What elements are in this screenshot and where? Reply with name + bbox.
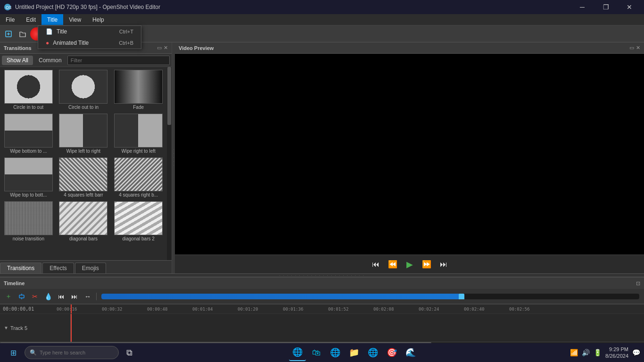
- video-area: [175, 54, 644, 255]
- taskbar-app3[interactable]: 🌊: [402, 344, 419, 361]
- taskbar-chrome[interactable]: 🌐: [364, 344, 381, 361]
- transition-wipe-bottom[interactable]: Wipe bottom to ...: [2, 113, 55, 155]
- new-project-button[interactable]: [2, 27, 15, 41]
- menu-title-item[interactable]: 📄 Title Ctrl+T: [38, 26, 141, 37]
- rewind-button[interactable]: ⏪: [386, 258, 399, 271]
- scroll-thumb: [167, 67, 171, 125]
- fast-forward-button[interactable]: ⏩: [420, 258, 433, 271]
- tab-transitions[interactable]: Transitions: [0, 263, 41, 273]
- wifi-icon[interactable]: 📶: [570, 349, 578, 356]
- vertical-resize-handle[interactable]: · · · · · · · · · · · · · · · · · · · · …: [0, 273, 644, 277]
- scrubber-bar[interactable]: [101, 294, 639, 299]
- time-mark-10: 00:02:56: [509, 307, 529, 312]
- transition-wipe-right-left[interactable]: Wipe right to left: [112, 113, 165, 155]
- taskbar-taskview[interactable]: ⧉: [121, 344, 138, 361]
- transition-thumb-circle-out-in: [59, 70, 107, 104]
- video-preview-panel: Video Preview ▭ ✕ ⏮ ⏪ ▶ ⏩ ⏭: [175, 42, 644, 273]
- tab-effects[interactable]: Effects: [42, 263, 74, 273]
- minimize-button[interactable]: ─: [571, 0, 593, 14]
- tab-emojis[interactable]: Emojis: [75, 263, 106, 273]
- transition-label-wipe-bottom: Wipe bottom to ...: [10, 148, 47, 154]
- transition-label-noise: noise transition: [13, 236, 44, 241]
- transition-wipe-top-bottom[interactable]: Wipe top to bott...: [2, 156, 55, 198]
- menu-title[interactable]: Title: [41, 14, 63, 25]
- menu-file[interactable]: File: [0, 14, 20, 25]
- transition-4sq-right[interactable]: 4 squares right b...: [112, 156, 165, 198]
- search-bar[interactable]: 🔍: [25, 346, 119, 359]
- svg-rect-5: [19, 295, 24, 298]
- scrubber-handle: [459, 294, 464, 299]
- play-button[interactable]: ▶: [403, 258, 416, 271]
- filter-tabs: Show All Common: [0, 54, 172, 67]
- timeline-controls: ＋ ✂ 💧 ⏮ ⏭ ↔: [0, 289, 644, 304]
- close-button[interactable]: ✕: [619, 0, 640, 14]
- add-marker-button[interactable]: 💧: [42, 291, 54, 302]
- filter-tab-show-all[interactable]: Show All: [2, 56, 33, 65]
- transition-4sq-left[interactable]: 4 squares leftt barr: [57, 156, 110, 198]
- taskbar-center: 🌐 🛍 🌐 📁 🌐 🎯 🌊: [289, 344, 419, 361]
- transitions-panel-title: Transitions: [4, 45, 32, 51]
- transition-circle-out-in[interactable]: Circle out to in: [57, 69, 110, 111]
- forward-end-button[interactable]: ⏭: [437, 258, 450, 271]
- transition-thumb-diagonal: [59, 201, 107, 235]
- jump-end-button[interactable]: ⏭: [69, 291, 80, 302]
- transition-label-wipe-right-left: Wipe right to left: [122, 148, 156, 154]
- taskbar-store[interactable]: 🛍: [308, 344, 325, 361]
- snapping-button[interactable]: [16, 291, 27, 302]
- taskbar: ⊞ 🔍 ⧉ 🌐 🛍 🌐 📁 🌐 🎯 🌊 📶 🔊 🔋 9:29 PM 8/26/2…: [0, 343, 644, 362]
- volume-icon[interactable]: 🔊: [582, 349, 590, 356]
- time-mark-2: 00:00:48: [147, 307, 167, 312]
- taskbar-folder[interactable]: 📁: [346, 344, 363, 361]
- search-input[interactable]: [40, 350, 106, 355]
- track-expand-button[interactable]: ▼: [4, 325, 8, 330]
- jump-start-button[interactable]: ⏮: [56, 291, 67, 302]
- center-on-playhead[interactable]: ↔: [82, 291, 93, 302]
- transition-thumb-noise: [4, 201, 53, 235]
- razor-button[interactable]: ✂: [29, 291, 41, 302]
- taskbar-edge2[interactable]: 🌐: [327, 344, 344, 361]
- transitions-panel: Transitions ▭ ✕ Show All Common Circle i…: [0, 42, 172, 273]
- transition-wipe-left-right[interactable]: Wipe left to right: [57, 113, 110, 155]
- transition-circle-in-out[interactable]: Circle in to out: [2, 69, 55, 111]
- battery-icon[interactable]: 🔋: [594, 349, 602, 356]
- time-mark-1: 00:00:32: [102, 307, 122, 312]
- transition-fade[interactable]: Fade: [112, 69, 165, 111]
- taskbar-app2[interactable]: 🎯: [383, 344, 400, 361]
- taskbar-date: 8/26/2024: [605, 353, 628, 359]
- video-panel-close-icon[interactable]: ✕: [636, 45, 640, 51]
- filter-input[interactable]: [67, 56, 170, 65]
- menu-help[interactable]: Help: [87, 14, 110, 25]
- start-button[interactable]: ⊞: [4, 345, 23, 360]
- menu-edit[interactable]: Edit: [20, 14, 41, 25]
- video-panel-minimize-icon[interactable]: ▭: [629, 45, 634, 51]
- transition-diagonal2[interactable]: diagonal bars 2: [112, 200, 165, 242]
- track-playhead: [71, 314, 72, 342]
- timecode: 00:00:00,01: [3, 306, 34, 312]
- timeline-expand-icon[interactable]: ⊡: [636, 280, 640, 287]
- taskbar-edge[interactable]: 🌐: [289, 344, 306, 361]
- add-track-button[interactable]: ＋: [3, 291, 14, 302]
- taskbar-clock[interactable]: 9:29 PM 8/26/2024: [605, 346, 628, 360]
- open-project-button[interactable]: [16, 27, 29, 41]
- title-label: Title: [57, 28, 67, 35]
- track-content[interactable]: [71, 314, 644, 342]
- menu-view[interactable]: View: [63, 14, 87, 25]
- panel-minimize-icon[interactable]: ▭: [157, 45, 162, 51]
- transition-diagonal[interactable]: diagonal bars: [57, 200, 110, 242]
- transition-label-circle-out-in: Circle out to in: [68, 105, 99, 110]
- panel-close-icon[interactable]: ✕: [164, 45, 168, 51]
- notification-icon[interactable]: 💬: [632, 349, 640, 356]
- transition-noise[interactable]: noise transition: [2, 200, 55, 242]
- scrollbar[interactable]: [167, 67, 172, 260]
- time-mark-0: 00:00:16: [57, 307, 77, 312]
- transition-thumb-4sq-right: [114, 157, 163, 191]
- transition-thumb-diagonal2: [114, 201, 163, 235]
- rewind-start-button[interactable]: ⏮: [369, 258, 382, 271]
- transition-thumb-wipe-bottom: [4, 114, 53, 148]
- time-ruler: 00:00:00,01 00:00:16 00:00:32 00:00:48 0…: [0, 304, 644, 313]
- filter-tab-common[interactable]: Common: [34, 56, 66, 65]
- menu-animated-title-item[interactable]: ● Animated Title Ctrl+B: [38, 37, 141, 49]
- maximize-button[interactable]: ❐: [595, 0, 617, 14]
- track-name: Track 5: [10, 325, 27, 331]
- video-preview-icons: ▭ ✕: [629, 45, 640, 51]
